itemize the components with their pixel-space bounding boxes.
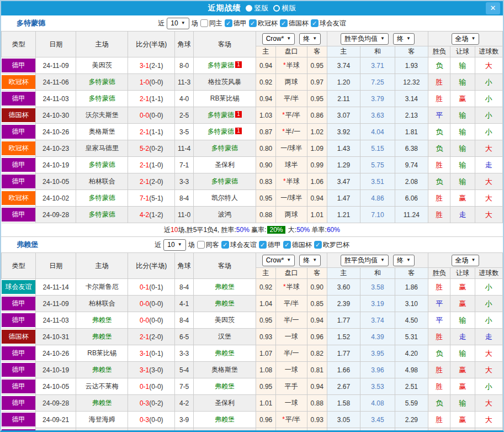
result-wdl: 胜	[428, 74, 450, 91]
match-date: 24-11-06	[36, 74, 76, 91]
checkbox-checked[interactable]: ✓	[221, 241, 229, 249]
corner-score: 3-9	[175, 412, 194, 428]
league-badge-cell: 德甲	[2, 412, 36, 428]
checkbox-checked[interactable]: ✓	[249, 19, 257, 27]
avg-away-odds: 2.29	[395, 412, 428, 428]
summary-part: 近	[164, 225, 171, 235]
subcol-avg-home: 主	[327, 268, 360, 279]
fulltime-score: 7-1	[140, 194, 149, 202]
match-scope-select[interactable]: 全场▼	[452, 33, 480, 45]
select-value: 终	[397, 34, 404, 44]
avg-draw-odds: 3.53	[360, 378, 395, 395]
away-team: 多特蒙德1	[194, 57, 256, 74]
league-badge: 欧冠杯	[2, 191, 36, 205]
match-row: 德甲24-11-03多特蒙德2-1(1-1)4-0RB莱比锡0.94平/半0.9…	[2, 91, 503, 107]
corner-score: 3-5	[175, 124, 194, 140]
competition-toggle[interactable]: ✓欧冠杯	[249, 19, 278, 28]
competition-toggle[interactable]: ✓德国杯	[280, 19, 309, 28]
competition-toggle[interactable]: ✓欧罗巴杯	[314, 240, 349, 250]
match-score: 0-0(0-0)	[128, 296, 175, 312]
competition-toggle[interactable]: ✓德甲	[259, 240, 281, 250]
result-handicap: 赢	[450, 378, 475, 395]
crown-away-odds: 0.95	[307, 57, 327, 74]
select-value: 10	[171, 19, 178, 27]
match-date: 24-10-26	[36, 124, 76, 140]
checkbox-checked[interactable]: ✓	[283, 241, 291, 249]
result-goals: 大	[475, 362, 502, 378]
match-score: 0-3(0-0)	[128, 412, 175, 428]
away-team: 多特蒙德1	[194, 107, 256, 124]
match-count-select[interactable]: 10▼	[163, 239, 185, 251]
match-date: 24-10-30	[36, 107, 76, 124]
crown-home-odds: 1.08	[256, 362, 275, 378]
same-venue-toggle[interactable]: 同客	[197, 240, 219, 250]
avg-home-odds: 3.60	[327, 279, 360, 296]
same-venue-toggle[interactable]: 同主	[200, 19, 222, 28]
checkbox-checked[interactable]: ✓	[225, 19, 232, 27]
close-button[interactable]: ✕	[486, 2, 500, 14]
competition-toggle[interactable]: ✓球会友谊	[221, 240, 257, 250]
radio-unselected-icon	[273, 5, 280, 12]
crown-home-odds: 0.87	[256, 124, 275, 140]
layout-option-vertical[interactable]: 竖版	[246, 3, 269, 13]
league-badge: 德甲	[2, 429, 36, 432]
fulltime-score: 4-2	[140, 211, 149, 219]
avg-odds-select[interactable]: 胜平负均值▼	[341, 255, 389, 266]
match-row: 德甲24-09-28弗赖堡0-3(0-2)4-2圣保利1.01一球0.881.5…	[2, 395, 503, 412]
league-badge-cell: 欧冠杯	[2, 74, 36, 91]
competition-toggle[interactable]: ✓球会友谊	[311, 19, 346, 28]
odds-provider-select[interactable]: Crow*▼	[262, 33, 295, 45]
away-team: 弗赖堡	[194, 378, 256, 395]
avg-odds-select[interactable]: 胜平负均值▼	[341, 33, 389, 45]
competition-label: 球会友谊	[320, 19, 346, 28]
avg-away-odds: 3.14	[395, 91, 428, 107]
avg-final-select[interactable]: 终▼	[393, 33, 415, 45]
crown-final-select[interactable]: 终▼	[299, 33, 321, 45]
crown-home-odds: 0.92	[256, 74, 275, 91]
fulltime-score: 2-1	[140, 161, 149, 169]
result-handicap: 输	[450, 173, 475, 190]
checkbox-checked[interactable]: ✓	[259, 241, 267, 249]
chevron-down-icon: ▼	[312, 36, 317, 41]
avg-away-odds: 5.31	[395, 329, 428, 345]
match-row: 德甲24-11-09柏林联合0-0(0-0)4-1弗赖堡1.04平/半0.852…	[2, 296, 503, 312]
league-badge: 德甲	[2, 175, 36, 188]
avg-home-odds: 1.59	[327, 428, 360, 432]
result-handicap: 输	[450, 74, 475, 91]
match-score: 2-1(1-0)	[128, 157, 175, 173]
checkbox-checked[interactable]: ✓	[311, 19, 319, 27]
home-team-name: 海登海姆	[89, 415, 115, 423]
crown-handicap: 一球	[276, 395, 307, 412]
match-count-select[interactable]: 10▼	[167, 18, 189, 29]
home-team: 多特蒙德	[76, 207, 128, 223]
competition-toggle[interactable]: ✓德国杯	[283, 240, 312, 250]
select-value: 10	[167, 241, 174, 249]
summary-part: 场,胜5平1负4, 胜率:	[178, 225, 236, 235]
checkbox-unchecked[interactable]	[200, 19, 208, 27]
select-value: 胜平负均值	[344, 34, 378, 44]
crown-final-select[interactable]: 终▼	[299, 255, 321, 266]
league-badge-cell: 德甲	[2, 345, 36, 362]
match-scope-select[interactable]: 全场▼	[452, 255, 480, 266]
chevron-down-icon: ▼	[380, 258, 385, 262]
competition-toggle[interactable]: ✓德甲	[225, 19, 247, 28]
away-team-name: 汉堡	[218, 333, 231, 340]
crown-home-odds: 1.04	[256, 296, 275, 312]
league-badge: 欧冠杯	[2, 75, 36, 89]
odds-provider-select[interactable]: Crow*▼	[262, 255, 295, 266]
fulltime-score: 0-1	[140, 283, 149, 291]
home-team: RB莱比锡	[76, 345, 128, 362]
avg-home-odds: 1.77	[327, 345, 360, 362]
layout-option-horizontal[interactable]: 横版	[273, 3, 296, 13]
filter-controls: 近10▼场同客✓球会友谊✓德甲✓德国杯✓欧罗巴杯	[155, 239, 349, 251]
fulltime-score: 5-2	[140, 145, 149, 152]
corner-score: 11-3	[175, 74, 194, 91]
avg-draw-odds: 3.96	[360, 362, 395, 378]
checkbox-checked[interactable]: ✓	[280, 19, 288, 27]
checkbox-unchecked[interactable]	[197, 241, 205, 249]
subcol-result: 胜负	[428, 268, 450, 279]
avg-final-select[interactable]: 终▼	[393, 255, 415, 266]
avg-draw-odds: 7.25	[360, 74, 395, 91]
home-team: 多特蒙德	[76, 74, 128, 91]
checkbox-checked[interactable]: ✓	[314, 241, 322, 249]
